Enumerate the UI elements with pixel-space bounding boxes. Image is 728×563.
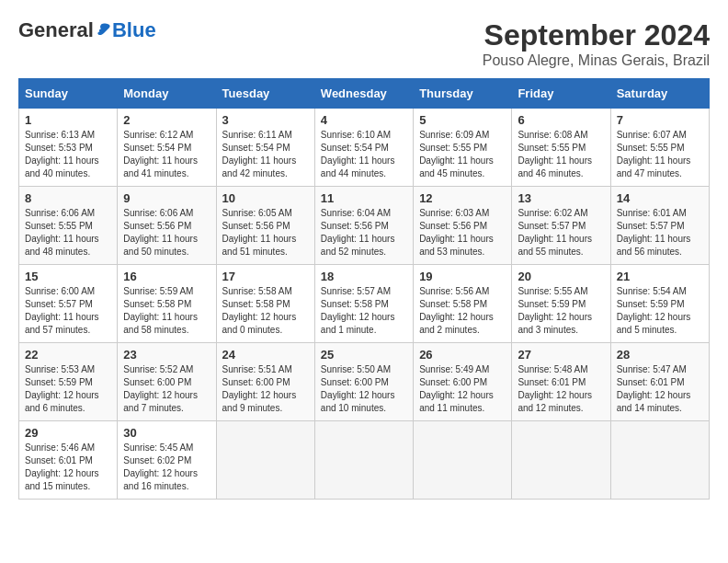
calendar-table: SundayMondayTuesdayWednesdayThursdayFrid… xyxy=(18,78,710,500)
calendar-cell: 2Sunrise: 6:12 AMSunset: 5:54 PMDaylight… xyxy=(118,109,216,187)
day-info: Sunrise: 5:51 AMSunset: 6:00 PMDaylight:… xyxy=(222,363,309,415)
day-header-tuesday: Tuesday xyxy=(216,79,314,109)
day-number: 24 xyxy=(222,348,309,362)
calendar-cell xyxy=(610,421,709,500)
calendar-week-row: 1Sunrise: 6:13 AMSunset: 5:53 PMDaylight… xyxy=(19,109,710,187)
logo-general-text: General xyxy=(18,18,94,42)
day-info: Sunrise: 6:06 AMSunset: 5:56 PMDaylight:… xyxy=(123,207,210,259)
day-info: Sunrise: 6:05 AMSunset: 5:56 PMDaylight:… xyxy=(222,207,309,259)
day-header-sunday: Sunday xyxy=(19,79,118,109)
calendar-cell: 4Sunrise: 6:10 AMSunset: 5:54 PMDaylight… xyxy=(314,109,413,187)
calendar-cell: 28Sunrise: 5:47 AMSunset: 6:01 PMDayligh… xyxy=(610,343,709,421)
day-info: Sunrise: 5:45 AMSunset: 6:02 PMDaylight:… xyxy=(123,442,210,493)
calendar-week-row: 29Sunrise: 5:46 AMSunset: 6:01 PMDayligh… xyxy=(19,421,710,500)
day-number: 25 xyxy=(321,348,407,362)
day-number: 17 xyxy=(222,270,309,283)
day-info: Sunrise: 5:49 AMSunset: 6:00 PMDaylight:… xyxy=(419,363,506,415)
day-number: 4 xyxy=(321,113,407,127)
day-number: 5 xyxy=(419,113,506,127)
day-number: 9 xyxy=(123,191,210,205)
day-number: 28 xyxy=(617,348,703,362)
day-number: 13 xyxy=(518,191,604,205)
day-info: Sunrise: 6:08 AMSunset: 5:55 PMDaylight:… xyxy=(518,129,604,180)
logo-bird-icon xyxy=(96,22,112,39)
day-info: Sunrise: 6:00 AMSunset: 5:57 PMDaylight:… xyxy=(25,285,111,337)
day-info: Sunrise: 5:56 AMSunset: 5:58 PMDaylight:… xyxy=(419,285,506,337)
calendar-cell: 27Sunrise: 5:48 AMSunset: 6:01 PMDayligh… xyxy=(512,343,610,421)
day-number: 22 xyxy=(25,348,111,362)
calendar-cell: 30Sunrise: 5:45 AMSunset: 6:02 PMDayligh… xyxy=(118,421,216,500)
location: Pouso Alegre, Minas Gerais, Brazil xyxy=(483,52,710,69)
day-number: 30 xyxy=(123,426,210,440)
header: General Blue September 2024 Pouso Alegre… xyxy=(18,18,710,69)
calendar-cell: 11Sunrise: 6:04 AMSunset: 5:56 PMDayligh… xyxy=(314,187,413,265)
day-header-thursday: Thursday xyxy=(414,79,512,109)
calendar-cell: 29Sunrise: 5:46 AMSunset: 6:01 PMDayligh… xyxy=(19,421,118,500)
calendar-cell: 15Sunrise: 6:00 AMSunset: 5:57 PMDayligh… xyxy=(19,265,118,343)
day-info: Sunrise: 6:13 AMSunset: 5:53 PMDaylight:… xyxy=(25,129,111,180)
day-number: 27 xyxy=(518,348,604,362)
day-info: Sunrise: 5:48 AMSunset: 6:01 PMDaylight:… xyxy=(518,363,604,415)
day-info: Sunrise: 6:03 AMSunset: 5:56 PMDaylight:… xyxy=(419,207,506,259)
title-area: September 2024 Pouso Alegre, Minas Gerai… xyxy=(483,18,710,69)
calendar-cell: 25Sunrise: 5:50 AMSunset: 6:00 PMDayligh… xyxy=(314,343,413,421)
day-info: Sunrise: 5:52 AMSunset: 6:00 PMDaylight:… xyxy=(123,363,210,415)
day-info: Sunrise: 5:54 AMSunset: 5:59 PMDaylight:… xyxy=(617,285,703,337)
day-info: Sunrise: 5:59 AMSunset: 5:58 PMDaylight:… xyxy=(123,285,210,337)
day-number: 12 xyxy=(419,191,506,205)
calendar-week-row: 22Sunrise: 5:53 AMSunset: 5:59 PMDayligh… xyxy=(19,343,710,421)
calendar-cell: 17Sunrise: 5:58 AMSunset: 5:58 PMDayligh… xyxy=(216,265,314,343)
day-number: 23 xyxy=(123,348,210,362)
calendar-cell xyxy=(512,421,610,500)
day-number: 16 xyxy=(123,270,210,283)
calendar-week-row: 8Sunrise: 6:06 AMSunset: 5:55 PMDaylight… xyxy=(19,187,710,265)
day-number: 18 xyxy=(321,270,407,283)
day-number: 6 xyxy=(518,113,604,127)
month-title: September 2024 xyxy=(483,18,710,52)
calendar-cell: 26Sunrise: 5:49 AMSunset: 6:00 PMDayligh… xyxy=(414,343,512,421)
logo-blue-text: Blue xyxy=(112,18,156,42)
day-info: Sunrise: 6:02 AMSunset: 5:57 PMDaylight:… xyxy=(518,207,604,259)
day-info: Sunrise: 5:57 AMSunset: 5:58 PMDaylight:… xyxy=(321,285,407,337)
calendar-cell: 14Sunrise: 6:01 AMSunset: 5:57 PMDayligh… xyxy=(610,187,709,265)
day-number: 10 xyxy=(222,191,309,205)
day-info: Sunrise: 6:12 AMSunset: 5:54 PMDaylight:… xyxy=(123,129,210,180)
day-info: Sunrise: 6:06 AMSunset: 5:55 PMDaylight:… xyxy=(25,207,111,259)
day-info: Sunrise: 5:47 AMSunset: 6:01 PMDaylight:… xyxy=(617,363,703,415)
calendar-cell: 21Sunrise: 5:54 AMSunset: 5:59 PMDayligh… xyxy=(610,265,709,343)
calendar-cell: 24Sunrise: 5:51 AMSunset: 6:00 PMDayligh… xyxy=(216,343,314,421)
day-info: Sunrise: 6:10 AMSunset: 5:54 PMDaylight:… xyxy=(321,129,407,180)
calendar-cell xyxy=(216,421,314,500)
day-number: 7 xyxy=(617,113,703,127)
day-number: 14 xyxy=(617,191,703,205)
day-info: Sunrise: 5:50 AMSunset: 6:00 PMDaylight:… xyxy=(321,363,407,415)
day-info: Sunrise: 6:01 AMSunset: 5:57 PMDaylight:… xyxy=(617,207,703,259)
calendar-cell xyxy=(314,421,413,500)
calendar-cell: 8Sunrise: 6:06 AMSunset: 5:55 PMDaylight… xyxy=(19,187,118,265)
day-info: Sunrise: 6:07 AMSunset: 5:55 PMDaylight:… xyxy=(617,129,703,180)
day-info: Sunrise: 6:11 AMSunset: 5:54 PMDaylight:… xyxy=(222,129,309,180)
calendar-cell: 16Sunrise: 5:59 AMSunset: 5:58 PMDayligh… xyxy=(118,265,216,343)
day-header-friday: Friday xyxy=(512,79,610,109)
day-info: Sunrise: 5:58 AMSunset: 5:58 PMDaylight:… xyxy=(222,285,309,337)
day-number: 15 xyxy=(25,270,111,283)
calendar-cell: 6Sunrise: 6:08 AMSunset: 5:55 PMDaylight… xyxy=(512,109,610,187)
day-info: Sunrise: 5:53 AMSunset: 5:59 PMDaylight:… xyxy=(25,363,111,415)
calendar-cell: 23Sunrise: 5:52 AMSunset: 6:00 PMDayligh… xyxy=(118,343,216,421)
calendar-cell: 1Sunrise: 6:13 AMSunset: 5:53 PMDaylight… xyxy=(19,109,118,187)
day-number: 8 xyxy=(25,191,111,205)
calendar-cell: 5Sunrise: 6:09 AMSunset: 5:55 PMDaylight… xyxy=(414,109,512,187)
day-number: 11 xyxy=(321,191,407,205)
calendar-cell xyxy=(414,421,512,500)
day-number: 2 xyxy=(123,113,210,127)
day-info: Sunrise: 6:04 AMSunset: 5:56 PMDaylight:… xyxy=(321,207,407,259)
calendar-cell: 10Sunrise: 6:05 AMSunset: 5:56 PMDayligh… xyxy=(216,187,314,265)
calendar-header-row: SundayMondayTuesdayWednesdayThursdayFrid… xyxy=(19,79,710,109)
day-info: Sunrise: 5:46 AMSunset: 6:01 PMDaylight:… xyxy=(25,442,111,493)
calendar-week-row: 15Sunrise: 6:00 AMSunset: 5:57 PMDayligh… xyxy=(19,265,710,343)
calendar-cell: 13Sunrise: 6:02 AMSunset: 5:57 PMDayligh… xyxy=(512,187,610,265)
calendar-cell: 7Sunrise: 6:07 AMSunset: 5:55 PMDaylight… xyxy=(610,109,709,187)
day-number: 19 xyxy=(419,270,506,283)
day-info: Sunrise: 6:09 AMSunset: 5:55 PMDaylight:… xyxy=(419,129,506,180)
day-number: 3 xyxy=(222,113,309,127)
